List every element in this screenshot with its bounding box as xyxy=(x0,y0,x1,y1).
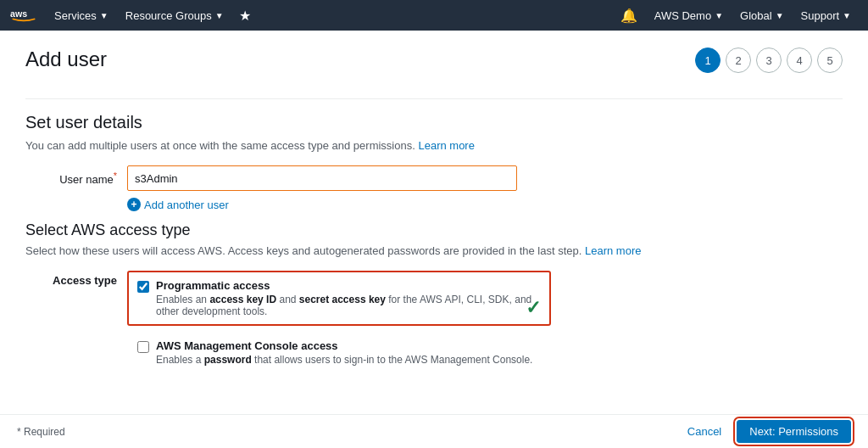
password-text: password xyxy=(204,354,252,366)
programmatic-access-content: Programmatic access Enables an access ke… xyxy=(156,279,541,317)
scroll-area[interactable]: Add user 1 2 3 4 5 Set user details You … xyxy=(0,31,868,414)
notifications-bell[interactable]: 🔔 xyxy=(614,4,644,27)
account-label: AWS Demo xyxy=(654,9,711,22)
set-user-details-desc: You can add multiple users at once with … xyxy=(25,139,843,152)
console-access-desc: Enables a password that allows users to … xyxy=(156,354,541,366)
resource-groups-menu[interactable]: Resource Groups ▼ xyxy=(119,4,231,27)
access-type-label: Access type xyxy=(25,271,127,287)
step-1: 1 xyxy=(695,48,721,73)
main-content-wrapper: Add user 1 2 3 4 5 Set user details You … xyxy=(0,31,868,414)
page-title: Add user xyxy=(25,48,107,71)
page-header: Add user 1 2 3 4 5 xyxy=(25,48,843,81)
top-navigation: aws Services ▼ Resource Groups ▼ ★ 🔔 AWS… xyxy=(0,0,868,31)
console-access-row: AWS Management Console access Enables a … xyxy=(137,339,541,366)
user-name-label: User name* xyxy=(25,165,127,186)
access-type-section: Select AWS access type Select how these … xyxy=(25,221,843,379)
step-5: 5 xyxy=(817,48,843,73)
access-options: Programmatic access Enables an access ke… xyxy=(127,271,551,379)
user-name-field-wrap: + Add another user xyxy=(127,165,517,211)
console-access-checkbox[interactable] xyxy=(137,341,149,353)
bottom-actions: Cancel Next: Permissions xyxy=(681,420,851,443)
support-chevron: ▼ xyxy=(843,11,851,20)
region-label: Global xyxy=(740,9,772,22)
bottom-bar: * Required Cancel Next: Permissions xyxy=(0,414,868,448)
access-type-row: Access type Programmatic access Enables … xyxy=(25,271,843,379)
add-another-user-link[interactable]: + Add another user xyxy=(127,198,517,211)
steps-indicator: 1 2 3 4 5 xyxy=(695,48,843,73)
services-chevron: ▼ xyxy=(100,11,108,20)
header-divider xyxy=(25,98,843,99)
user-name-input[interactable] xyxy=(127,165,517,191)
set-user-details-desc-text: You can add multiple users at once with … xyxy=(25,139,415,152)
nav-right-section: 🔔 AWS Demo ▼ Global ▼ Support ▼ xyxy=(614,4,858,27)
set-user-details-section: Set user details You can add multiple us… xyxy=(25,113,843,211)
resource-groups-label: Resource Groups xyxy=(125,9,212,22)
console-access-title: AWS Management Console access xyxy=(156,339,541,352)
step-3: 3 xyxy=(756,48,782,73)
svg-text:aws: aws xyxy=(10,8,27,19)
access-type-learn-more-link[interactable]: Learn more xyxy=(585,244,641,257)
region-menu[interactable]: Global ▼ xyxy=(733,4,790,27)
account-menu[interactable]: AWS Demo ▼ xyxy=(648,4,730,27)
programmatic-access-checkbox[interactable] xyxy=(137,281,149,293)
services-menu[interactable]: Services ▼ xyxy=(47,4,115,27)
programmatic-access-row: Programmatic access Enables an access ke… xyxy=(137,279,541,317)
account-chevron: ▼ xyxy=(715,11,723,20)
region-chevron: ▼ xyxy=(776,11,784,20)
support-label: Support xyxy=(801,9,840,22)
required-text: * Required xyxy=(17,426,65,438)
access-type-desc: Select how these users will access AWS. … xyxy=(25,244,843,257)
add-user-plus-icon: + xyxy=(127,198,141,211)
support-menu[interactable]: Support ▼ xyxy=(794,4,858,27)
set-user-learn-more-link[interactable]: Learn more xyxy=(418,139,474,152)
step-2: 2 xyxy=(726,48,751,73)
favorites-star[interactable]: ★ xyxy=(234,4,256,27)
services-label: Services xyxy=(54,9,97,22)
access-key-id-text: access key ID xyxy=(209,294,276,305)
cancel-button[interactable]: Cancel xyxy=(681,422,728,441)
step-4: 4 xyxy=(787,48,812,73)
access-type-desc-text: Select how these users will access AWS. … xyxy=(25,244,581,257)
aws-logo[interactable]: aws xyxy=(10,6,37,25)
console-access-content: AWS Management Console access Enables a … xyxy=(156,339,541,366)
programmatic-access-title: Programmatic access xyxy=(156,279,541,292)
programmatic-access-option: Programmatic access Enables an access ke… xyxy=(127,271,551,326)
secret-access-key-text: secret access key xyxy=(299,294,386,305)
next-permissions-button[interactable]: Next: Permissions xyxy=(737,420,851,443)
resource-groups-chevron: ▼ xyxy=(215,11,224,20)
programmatic-access-desc: Enables an access key ID and secret acce… xyxy=(156,294,541,317)
console-access-option: AWS Management Console access Enables a … xyxy=(127,331,551,374)
page-container: Add user 1 2 3 4 5 Set user details You … xyxy=(0,31,868,396)
programmatic-check-mark: ✓ xyxy=(526,297,541,319)
user-name-row: User name* + Add another user xyxy=(25,165,843,211)
add-another-user-label: Add another user xyxy=(144,199,229,211)
set-user-details-title: Set user details xyxy=(25,113,843,132)
access-type-title: Select AWS access type xyxy=(25,221,843,239)
